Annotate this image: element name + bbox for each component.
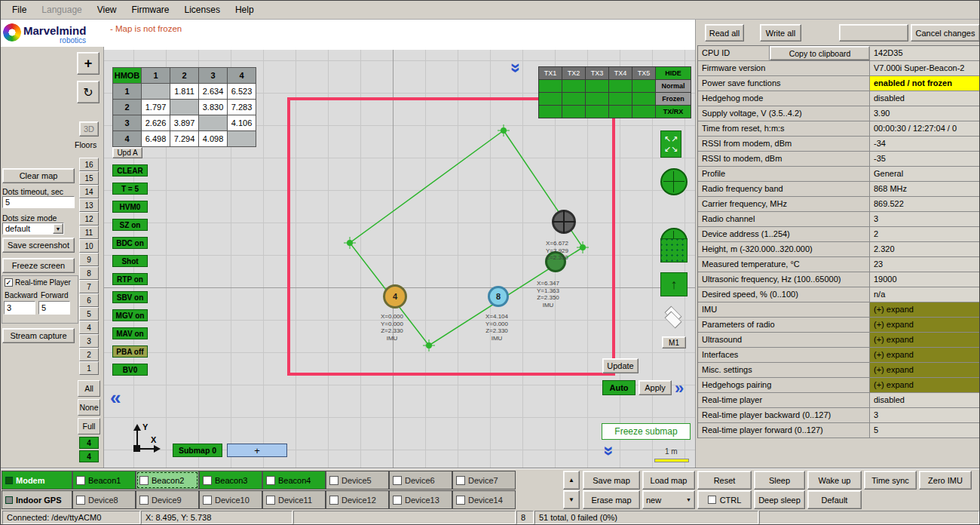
map-button-clear[interactable]: CLEAR [112,164,148,177]
zero-imu-button[interactable]: Zero IMU [919,471,972,490]
device-button-modem[interactable]: Modem [2,471,72,490]
write-all-button[interactable]: Write all [760,24,801,41]
realtime-player-checkbox[interactable]: ✓ [5,278,13,287]
menu-item-licenses[interactable]: Licenses [178,2,227,17]
map-button-hvm0[interactable]: HVM0 [112,201,148,213]
chevrons-down-icon[interactable]: » [604,442,614,460]
device-checkbox[interactable] [139,496,149,505]
device-checkbox[interactable] [456,476,465,485]
map-select-dropdown[interactable]: new ▼ [642,490,695,509]
property-value[interactable]: (+) expand [870,378,979,392]
deep-sleep-button[interactable]: Deep sleep [754,490,805,509]
floor-button-7[interactable]: 7 [79,280,99,293]
chevrons-right-icon[interactable]: » [675,380,684,397]
device-button-indoor-gps[interactable]: Indoor GPS [2,490,72,509]
chevrons-left-icon[interactable]: « [110,388,121,407]
floor-button-12[interactable]: 12 [79,212,99,226]
tx-cell[interactable] [632,106,655,118]
device-button-beacon4[interactable]: Beacon4 [262,471,326,490]
device-button-beacon3[interactable]: Beacon3 [199,471,262,490]
device-checkbox[interactable] [329,476,338,485]
default-button[interactable]: Default [807,490,862,509]
floor-button-8[interactable]: 8 [79,266,99,280]
tx-frozen-button[interactable]: Frozen [656,93,691,105]
map-button-pba-off[interactable]: PBA off [112,345,148,358]
tx-cell[interactable] [586,106,608,118]
tx-cell[interactable] [539,93,562,105]
floor-button-5[interactable]: 5 [79,307,99,321]
m1-button[interactable]: M1 [662,336,686,348]
property-value[interactable]: (+) expand [870,302,979,317]
read-all-button[interactable]: Read all [705,24,744,41]
property-value[interactable]: (+) expand [870,348,979,362]
map-button-sbv-on[interactable]: SBV on [112,291,148,303]
up-arrow-icon[interactable]: ↑ [660,272,688,296]
menu-item-view[interactable]: View [90,2,124,17]
floor-button-16[interactable]: 16 [79,158,99,171]
forward-input[interactable] [38,301,70,315]
device-button-device5[interactable]: Device5 [326,471,389,490]
device-button-device8[interactable]: Device8 [72,490,136,509]
erase-map-button[interactable]: Erase map [583,490,640,509]
clear-map-button[interactable]: Clear map [2,168,75,183]
device-button-beacon1[interactable]: Beacon1 [72,471,136,490]
ctrl-checkbox[interactable] [708,496,716,504]
tx-cell[interactable] [609,93,632,105]
floor-button-13[interactable]: 13 [79,198,99,212]
update-table-button[interactable]: Upd A [112,147,142,158]
cancel-changes-button[interactable]: Cancel changes [911,24,980,41]
tx-cell[interactable] [586,80,608,92]
sleep-button[interactable]: Sleep [754,471,805,490]
freeze-screen-button[interactable]: Freeze screen [2,258,75,273]
floors-all-button[interactable]: All [78,380,100,397]
device-button-device13[interactable]: Device13 [389,490,452,509]
map-mobile-beacon-4[interactable]: 4 [383,284,407,309]
map-button-sz-on[interactable]: SZ on [112,219,148,231]
tx-cell[interactable] [609,80,632,92]
reset-button[interactable]: Reset [697,471,752,490]
tx-cell[interactable] [609,106,632,118]
tx-cell[interactable] [632,80,655,92]
floor-button-15[interactable]: 15 [79,171,99,185]
device-button-device6[interactable]: Device6 [389,471,452,490]
tx-cell[interactable] [539,80,562,92]
floor-button-9[interactable]: 9 [79,253,99,266]
save-map-button[interactable]: Save map [583,471,640,490]
property-value[interactable]: (+) expand [870,363,979,377]
tx-cell[interactable] [539,106,562,118]
device-checkbox[interactable] [139,476,149,485]
stream-capture-button[interactable]: Stream capture [2,328,75,343]
load-map-button[interactable]: Load map [642,471,695,490]
submap-layers-icon[interactable] [660,304,688,333]
3d-view-button[interactable]: 3D [79,121,99,137]
map-stationary-beacon-dark[interactable] [552,210,576,234]
scroll-up-icon[interactable]: ▲ [563,471,580,490]
device-checkbox[interactable] [76,496,85,505]
device-checkbox[interactable] [393,476,402,485]
wake-up-button[interactable]: Wake up [807,471,862,490]
menu-item-file[interactable]: File [5,2,33,17]
tx-cell[interactable] [586,93,608,105]
menu-item-firmware[interactable]: Firmware [125,2,176,17]
update-button[interactable]: Update [602,358,639,373]
dots-size-select[interactable]: default ▼ [2,223,64,235]
map-button-bv0[interactable]: BV0 [112,364,148,376]
map-button-mav-on[interactable]: MAV on [112,327,148,339]
property-value[interactable]: (+) expand [870,318,979,332]
device-checkbox[interactable] [329,496,338,505]
map-button-rtp-on[interactable]: RTP on [112,273,148,285]
device-button-device7[interactable]: Device7 [452,471,516,490]
time-sync-button[interactable]: Time sync [864,471,917,490]
rotate-tool-icon[interactable]: ↻ [77,81,100,103]
device-button-device10[interactable]: Device10 [199,490,262,509]
device-checkbox[interactable] [203,496,212,505]
tx-hide-button[interactable]: HIDE [656,67,691,79]
floors-none-button[interactable]: None [78,399,100,416]
copy-to-clipboard-button[interactable]: Copy to clipboard [770,46,870,60]
tx-cell[interactable] [632,93,655,105]
chevrons-up-icon[interactable]: « [509,59,519,77]
map-mobile-beacon-8[interactable]: 8 [488,286,509,307]
beacon-icon[interactable] [660,168,688,195]
device-button-device11[interactable]: Device11 [262,490,326,509]
dots-grid-icon[interactable] [660,238,688,262]
